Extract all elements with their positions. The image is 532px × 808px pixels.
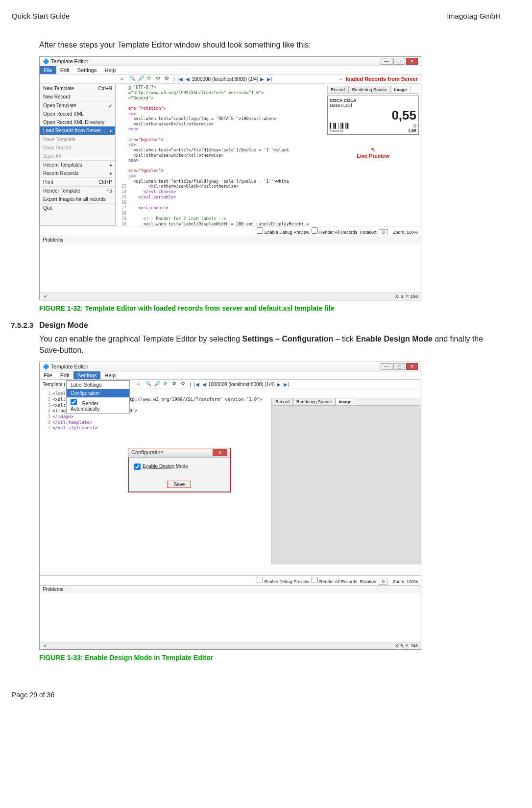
enable-debug-checkbox[interactable] <box>257 577 263 583</box>
menu-help[interactable]: Help <box>100 371 120 379</box>
settings-dropdown: Label Settings Configuration Render Auto… <box>66 380 130 414</box>
menu-file[interactable]: File <box>40 371 56 379</box>
tab-record[interactable]: Record <box>272 398 293 405</box>
intro-text: After these steps your Template Editor w… <box>39 40 503 50</box>
nav-next-icon[interactable]: ▶ <box>259 76 265 82</box>
dialog-close-icon[interactable]: ✕ <box>213 449 227 456</box>
menu-new-template[interactable]: New TemplateCtrl+N <box>40 84 115 93</box>
minimize-icon[interactable]: — <box>381 363 392 370</box>
menu-open-record-xml[interactable]: Open Record XML <box>40 110 115 118</box>
tab-record[interactable]: Record <box>327 86 348 93</box>
tab-rendering[interactable]: Rendering Source <box>348 86 391 93</box>
zoom-in-icon[interactable]: 🔍 <box>129 75 136 82</box>
annotation-live-preview: ↖Live Preview <box>327 147 419 159</box>
menu-settings[interactable]: Settings <box>73 66 101 74</box>
menu-new-record[interactable]: New Record <box>40 93 115 101</box>
zoom-in-icon[interactable]: 🔍 <box>145 381 152 388</box>
annotation-loaded-records: ← loaded Records from Server <box>339 76 418 82</box>
enable-design-mode-label[interactable]: Enable Design Mode <box>134 464 188 469</box>
nav-first-icon[interactable]: |◀ <box>193 382 200 387</box>
enable-design-mode-checkbox[interactable] <box>134 464 141 470</box>
dialog-title: Configuration <box>131 449 163 456</box>
menu-label-settings[interactable]: Label Settings <box>67 381 129 389</box>
gear-icon[interactable]: ⚙ <box>156 75 163 82</box>
menu-quit[interactable]: Quit <box>40 204 115 212</box>
refresh-icon[interactable]: ⟳ <box>147 75 154 82</box>
doc-header-right: imagotag GmbH <box>447 12 501 20</box>
close-icon[interactable]: ✕ <box>406 58 418 65</box>
problems-panel[interactable]: Problems <box>40 236 421 244</box>
section-paragraph: You can enable the graphical Template Ed… <box>39 334 503 356</box>
menu-recent-records[interactable]: Recent Records▸ <box>40 169 115 177</box>
configuration-dialog: Configuration✕ Enable Design Mode Save <box>128 448 231 492</box>
zoom-out-icon[interactable]: 🔎 <box>138 75 145 82</box>
gear-icon[interactable]: ⚙ <box>165 75 171 82</box>
record-indicator: 1000000 (localhost:8000) (1/4) <box>208 382 275 387</box>
zoom-out-icon[interactable]: 🔎 <box>154 381 161 388</box>
figure-1-33-screenshot: 🔷 Template Editor — ▢ ✕ File Edit Settin… <box>39 362 421 650</box>
doc-header-left: Quick Start Guide <box>12 12 70 20</box>
minimize-icon[interactable]: — <box>381 58 392 65</box>
menu-edit[interactable]: Edit <box>56 66 73 74</box>
tab-image[interactable]: Image <box>391 86 411 93</box>
cursor-position: X: 6, Y: 156 <box>395 294 418 299</box>
status-ok-icon: ✔ <box>44 294 48 299</box>
menu-save-template: Save Template <box>40 135 115 144</box>
render-all-checkbox[interactable] <box>312 227 318 234</box>
section-title: Design Mode <box>39 321 88 330</box>
nav-first-icon[interactable]: |◀ <box>177 76 184 82</box>
nav-next-icon[interactable]: ▶ <box>276 382 282 387</box>
tab-image[interactable]: Image <box>336 398 355 405</box>
gear-icon[interactable]: ⚙ <box>172 381 179 388</box>
menu-settings[interactable]: Settings <box>73 371 101 379</box>
figure-1-32-caption: FIGURE 1-32: Template Editor with loaded… <box>39 304 503 312</box>
nav-prev-icon[interactable]: ◀ <box>185 76 191 82</box>
menu-recent-templates[interactable]: Recent Templates▸ <box>40 161 115 169</box>
menu-render-template[interactable]: Render TemplateF5 <box>40 187 115 195</box>
window-title: Template Editor <box>51 58 88 64</box>
figure-1-32-screenshot: 🔷 Template Editor — ▢ ✕ File Edit Settin… <box>39 56 421 300</box>
refresh-icon[interactable]: ⟳ <box>163 381 170 388</box>
nav-last-icon[interactable]: ▶| <box>266 76 273 82</box>
menu-open-record-dir[interactable]: Open Record XML Directory <box>40 118 115 126</box>
maximize-icon[interactable]: ▢ <box>393 58 405 65</box>
rotation-value[interactable]: 0 <box>379 229 388 235</box>
gear-icon[interactable]: ⚙ <box>181 381 188 388</box>
menu-print[interactable]: PrintCtrl+P <box>40 178 115 186</box>
maximize-icon[interactable]: ▢ <box>393 363 405 370</box>
enable-debug-checkbox[interactable] <box>257 227 263 234</box>
menu-save-all: Save All <box>40 152 115 160</box>
menu-export-images[interactable]: Export Images for all records <box>40 195 115 203</box>
section-number: 7.5.2.3 <box>10 321 33 330</box>
home-icon[interactable]: ⌂ <box>121 75 127 82</box>
menu-render-auto[interactable]: Render Automatically <box>67 397 129 413</box>
menu-help[interactable]: Help <box>100 66 120 74</box>
nav-prev-icon[interactable]: ◀ <box>201 382 207 387</box>
status-ok-icon: ✔ <box>44 643 48 648</box>
page-footer: Page 29 of 36 <box>10 691 503 699</box>
rotation-value[interactable]: 0 <box>379 579 388 585</box>
home-icon[interactable]: ⌂ <box>137 381 144 388</box>
render-auto-checkbox[interactable] <box>71 399 77 405</box>
problems-panel[interactable]: Problems <box>40 585 421 593</box>
menu-save-record: Save Record <box>40 144 115 152</box>
render-all-checkbox[interactable] <box>312 577 318 583</box>
code-editor[interactable]: g="UTF-8"?> ="http://www.w3.org/1999/XSL… <box>116 84 325 226</box>
record-indicator: 1000000 (localhost:8000) (1/4) <box>192 76 258 82</box>
label-preview: COCA COLA Dose 0,33 l 0,55 ▌║▌│║▌║▌10000… <box>327 96 419 135</box>
window-title: Template Editor <box>51 364 88 369</box>
figure-1-33-caption: FIGURE 1-33: Enable Design Mode in Templ… <box>39 654 503 661</box>
cursor-position: X: 8, Y: 248 <box>395 643 418 648</box>
template-label: Template (lo <box>43 382 69 387</box>
menu-open-template[interactable]: Open Template↙ <box>40 101 115 110</box>
close-icon[interactable]: ✕ <box>406 363 418 370</box>
menu-load-records[interactable]: Load Records from Server…▸ <box>40 126 115 135</box>
menu-configuration[interactable]: Configuration <box>67 389 129 397</box>
save-button[interactable]: Save <box>168 481 192 488</box>
tab-rendering[interactable]: Rendering Source <box>293 398 336 405</box>
menu-edit[interactable]: Edit <box>56 371 73 379</box>
nav-last-icon[interactable]: ▶| <box>283 382 290 387</box>
file-menu-dropdown: New TemplateCtrl+N New Record Open Templ… <box>40 84 116 226</box>
menu-file[interactable]: File <box>40 66 56 74</box>
